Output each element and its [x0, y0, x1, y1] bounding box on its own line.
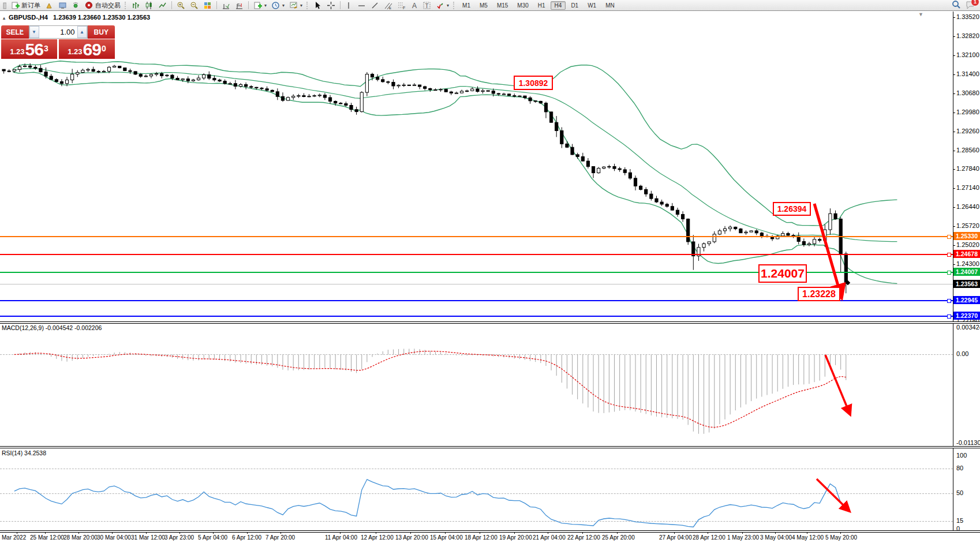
cut-edge-icon — [1, 1, 8, 10]
level-line-marker[interactable] — [947, 253, 951, 257]
notification-badge: 1 — [971, 0, 979, 6]
rsi-level-line — [0, 469, 953, 469]
timeframe-button-m5[interactable]: M5 — [476, 1, 492, 10]
level-line-marker[interactable] — [947, 271, 951, 275]
price-tick-label: 1.27840 — [956, 165, 979, 172]
rsi-level-line — [0, 493, 953, 494]
price-callout-1.26394[interactable]: 1.26394 — [773, 202, 811, 216]
channel-tool-icon[interactable]: E — [382, 1, 394, 10]
price-level-label: 1.24007 — [953, 268, 980, 276]
crosshair-tool-icon[interactable] — [325, 1, 337, 10]
ask-price-point: 0 — [102, 40, 106, 57]
timeframe-button-m1[interactable]: M1 — [458, 1, 474, 10]
time-axis-label: 7 Apr 20:00 — [265, 534, 295, 541]
new-order-label: 新订单 — [21, 1, 40, 10]
buy-button[interactable]: BUY — [88, 25, 115, 39]
volume-decrease-button[interactable]: ▼ — [29, 26, 39, 38]
new-order-button[interactable]: 新订单 — [9, 1, 42, 10]
price-callout-1.30892[interactable]: 1.30892 — [514, 76, 553, 90]
ask-price-tile[interactable]: 1.23 69 0 — [59, 39, 115, 59]
auto-arrange-icon[interactable] — [220, 1, 232, 10]
trendline-tool-icon[interactable] — [369, 1, 381, 10]
bid-price-digits: 56 — [25, 42, 43, 58]
notifications-button[interactable]: 1 — [966, 1, 975, 10]
autotrading-label: 自动交易 — [95, 1, 121, 10]
tick-direction-icon: ◆ — [21, 28, 24, 32]
time-axis-label: 3 Apr 23:00 — [164, 534, 194, 541]
vertical-line-tool-icon[interactable] — [343, 1, 354, 10]
sell-button[interactable]: SELL — [1, 25, 29, 39]
time-axis-label: 19 Apr 20:00 — [499, 534, 532, 541]
macd-axis-label: -0.011307 — [956, 439, 980, 446]
tile-windows-icon[interactable] — [201, 1, 214, 10]
macd-panel-separator[interactable] — [0, 321, 980, 324]
volume-increase-button[interactable]: ▲ — [77, 26, 87, 38]
cursor-tool-icon[interactable] — [312, 1, 324, 10]
price-tick-label: 1.24300 — [956, 260, 979, 267]
price-level-label: 1.22945 — [953, 296, 980, 304]
time-axis-label: 30 Mar 04:00 — [97, 534, 131, 541]
timeframe-button-m30[interactable]: M30 — [513, 1, 532, 10]
level-line-marker[interactable] — [947, 299, 951, 303]
collapse-triangle-icon[interactable]: ▴ — [3, 16, 5, 21]
period-clock-button[interactable]: ▾ — [270, 1, 286, 10]
bar-chart-mode-icon[interactable] — [130, 1, 142, 10]
time-axis-label: 22 Apr 12:00 — [567, 534, 600, 541]
text-label-tool-icon[interactable]: T — [421, 1, 433, 10]
time-axis-label: 28 Mar 20:00 — [63, 534, 98, 541]
candlestick-mode-icon[interactable] — [143, 1, 155, 10]
time-axis-label: 18 Apr 12:00 — [465, 534, 498, 541]
signals-icon[interactable] — [70, 1, 82, 10]
timeframe-button-h4[interactable]: H4 — [551, 1, 566, 10]
price-tick-label: 1.30680 — [956, 89, 979, 96]
price-callout-1.23228[interactable]: 1.23228 — [798, 287, 840, 301]
one-click-trading-panel: SELL ▼ ▲ BUY ◆ 1.23 56 3 1.23 69 0 — [1, 25, 115, 59]
charts-profile-icon[interactable] — [43, 1, 55, 10]
timeframe-button-m15[interactable]: M15 — [493, 1, 512, 10]
market-watch-icon[interactable] — [57, 1, 69, 10]
svg-text:F: F — [403, 6, 405, 10]
level-line-1.24007[interactable] — [0, 272, 953, 273]
timeframe-button-d1[interactable]: D1 — [567, 1, 582, 10]
text-tool-icon[interactable]: A — [409, 1, 420, 10]
price-tick-label: 1.27140 — [956, 184, 979, 191]
time-axis-label: 15 Apr 04:00 — [430, 534, 463, 541]
timeframe-button-h1[interactable]: H1 — [534, 1, 549, 10]
autotrading-button[interactable]: 自动交易 — [83, 1, 122, 10]
price-tick-label: 1.29980 — [956, 108, 979, 115]
bid-price-tile[interactable]: ◆ 1.23 56 3 — [1, 39, 57, 59]
level-line-1.24678[interactable] — [0, 254, 953, 255]
chart-shift-marker-icon[interactable]: ▼ — [918, 12, 923, 17]
level-line-1.25330[interactable] — [0, 236, 953, 237]
zoom-out-icon[interactable] — [188, 1, 200, 10]
macd-axis-label: 0.003424 — [956, 324, 980, 331]
template-button[interactable]: ▾ — [287, 1, 304, 10]
horizontal-line-tool-icon[interactable] — [356, 1, 368, 10]
fibonacci-tool-icon[interactable]: F — [395, 1, 407, 10]
macd-indicator-label: MACD(12,26,9) -0.004542 -0.002206 — [2, 324, 102, 331]
timeframe-button-mn[interactable]: MN — [601, 1, 619, 10]
level-line-1.22370[interactable] — [0, 316, 953, 317]
level-line-1.23563[interactable] — [0, 284, 953, 284]
rsi-level-line — [0, 521, 953, 522]
rsi-axis-label: 50 — [956, 489, 963, 496]
rsi-panel-separator[interactable] — [0, 446, 980, 448]
grid-toggle-icon[interactable] — [233, 1, 245, 10]
line-chart-mode-icon[interactable] — [156, 1, 169, 10]
level-line-marker[interactable] — [947, 235, 951, 239]
arrows-tool-icon[interactable]: ▾ — [434, 1, 451, 10]
new-order-icon — [11, 1, 20, 10]
new-chart-button[interactable]: ▾ — [252, 1, 268, 10]
time-axis-label: 11 Apr 04:00 — [325, 534, 357, 541]
time-axis-label: 4 May 12:00 — [792, 534, 824, 541]
price-callout-1.24007[interactable]: 1.24007 — [758, 264, 807, 283]
level-line-marker[interactable] — [947, 314, 951, 319]
zoom-in-icon[interactable] — [175, 1, 187, 10]
volume-input[interactable] — [39, 26, 77, 38]
time-axis-label: Mar 2022 — [2, 534, 26, 541]
bid-price-prefix: 1.23 — [10, 46, 24, 58]
ask-price-digits: 69 — [83, 42, 101, 58]
timeframe-button-w1[interactable]: W1 — [583, 1, 600, 10]
price-tick-label: 1.29260 — [956, 128, 979, 134]
search-icon[interactable] — [952, 0, 961, 10]
